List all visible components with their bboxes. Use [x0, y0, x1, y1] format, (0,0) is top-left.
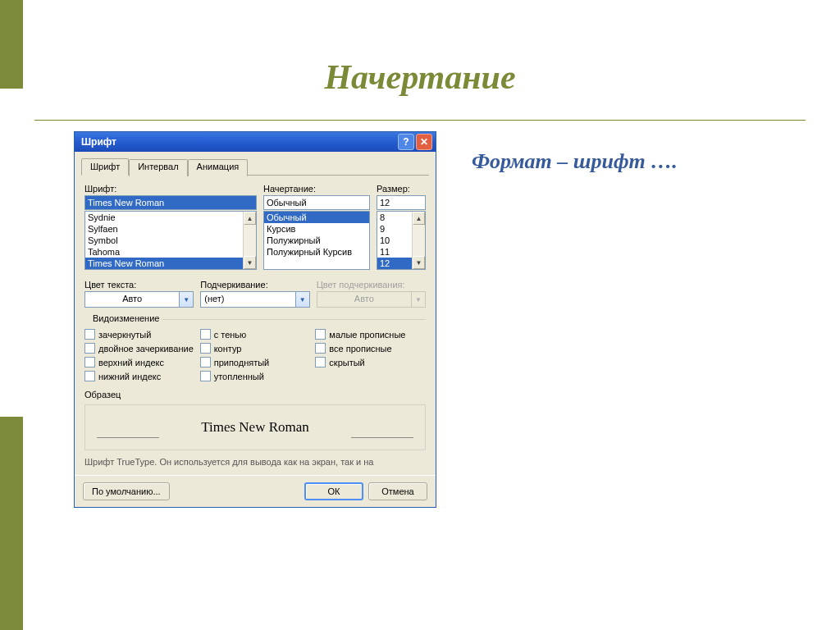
underline-color-dropdown: Авто ▼ [317, 291, 426, 308]
scroll-down-icon[interactable]: ▼ [244, 256, 256, 269]
sample-group: Образец Times New Roman [84, 390, 426, 450]
chk-shadow[interactable]: с тенью [200, 329, 311, 340]
underline-dropdown[interactable]: (нет) ▼ [200, 291, 309, 308]
underline-color-label: Цвет подчеркивания: [317, 280, 426, 290]
list-item[interactable]: 9 [377, 223, 412, 235]
font-input[interactable] [84, 195, 257, 210]
scrollbar[interactable]: ▲ ▼ [412, 212, 425, 269]
slide-title: Начертание [0, 57, 840, 97]
tab-font[interactable]: Шрифт [81, 158, 129, 176]
chk-hidden[interactable]: скрытый [315, 357, 426, 368]
tabs: Шрифт Интервал Анимация [81, 158, 429, 176]
font-label: Шрифт: [84, 184, 257, 194]
style-label: Начертание: [263, 184, 370, 194]
chk-emboss[interactable]: приподнятый [200, 357, 311, 368]
size-label: Размер: [377, 184, 426, 194]
chk-allcaps[interactable]: все прописные [315, 343, 426, 354]
list-item[interactable]: Tahoma [85, 246, 243, 258]
chk-strikethrough[interactable]: зачеркнутый [84, 329, 195, 340]
slide-caption: Формат – шрифт …. [472, 149, 678, 174]
scroll-up-icon[interactable]: ▲ [413, 212, 425, 225]
list-item[interactable]: Обычный [264, 212, 369, 223]
effects-label: Видоизменение [89, 313, 162, 323]
list-item[interactable]: Sydnie [85, 212, 243, 223]
dialog-title: Шрифт [78, 136, 396, 148]
list-item[interactable]: Курсив [264, 223, 369, 235]
cancel-button[interactable]: Отмена [368, 482, 427, 500]
list-item[interactable]: 11 [377, 246, 412, 258]
font-dialog: Шрифт ? ✕ Шрифт Интервал Анимация Шрифт:… [74, 131, 436, 508]
question-icon: ? [403, 136, 409, 148]
list-item[interactable]: Полужирный [264, 235, 369, 246]
chevron-down-icon[interactable]: ▼ [180, 291, 194, 308]
size-listbox[interactable]: 8 9 10 11 12 ▲ ▼ [377, 211, 426, 270]
underline-value: (нет) [200, 291, 295, 308]
list-item[interactable]: Sylfaen [85, 223, 243, 235]
tab-animation[interactable]: Анимация [188, 159, 249, 176]
underline-color-value: Авто [317, 291, 412, 308]
slide-accent-bottom [0, 417, 23, 630]
scroll-up-icon[interactable]: ▲ [244, 212, 256, 225]
scroll-down-icon[interactable]: ▼ [413, 256, 425, 269]
chk-smallcaps[interactable]: малые прописные [315, 329, 426, 340]
chk-subscript[interactable]: нижний индекс [84, 371, 195, 381]
chk-double-strike[interactable]: двойное зачеркивание [84, 343, 195, 354]
underline-label: Подчеркивание: [200, 280, 309, 290]
size-input[interactable] [377, 195, 426, 210]
help-button[interactable]: ? [398, 134, 414, 150]
style-listbox[interactable]: Обычный Курсив Полужирный Полужирный Кур… [263, 211, 370, 270]
list-item[interactable]: 10 [377, 235, 412, 246]
list-item[interactable]: Times New Roman [85, 258, 243, 269]
scrollbar[interactable]: ▲ ▼ [243, 212, 256, 269]
close-icon: ✕ [420, 136, 428, 148]
list-item[interactable]: 12 [377, 258, 412, 269]
default-button[interactable]: По умолчанию... [83, 482, 170, 500]
truetype-hint: Шрифт TrueType. Он используется для выво… [84, 457, 426, 467]
chk-outline[interactable]: контур [200, 343, 311, 354]
titlebar[interactable]: Шрифт ? ✕ [75, 132, 436, 152]
chevron-down-icon[interactable]: ▼ [296, 291, 310, 308]
font-listbox[interactable]: Sydnie Sylfaen Symbol Tahoma Times New R… [84, 211, 257, 270]
chk-superscript[interactable]: верхний индекс [84, 357, 195, 368]
text-color-value: Авто [84, 291, 180, 308]
dialog-footer: По умолчанию... ОК Отмена [75, 475, 436, 507]
chevron-down-icon: ▼ [412, 291, 426, 308]
style-input[interactable] [263, 195, 370, 210]
ok-button[interactable]: ОК [304, 482, 363, 500]
close-button[interactable]: ✕ [416, 134, 432, 150]
effects-group: Видоизменение зачеркнутый двойное зачерк… [84, 319, 426, 381]
list-item[interactable]: Symbol [85, 235, 243, 246]
list-item[interactable]: 8 [377, 212, 412, 223]
list-item[interactable]: Полужирный Курсив [264, 246, 369, 258]
sample-text: Times New Roman [194, 419, 316, 436]
tab-interval[interactable]: Интервал [129, 159, 187, 176]
text-color-dropdown[interactable]: Авто ▼ [84, 291, 194, 308]
sample-box: Times New Roman [84, 404, 426, 450]
sample-label: Образец [84, 390, 426, 399]
title-divider [34, 120, 806, 121]
chk-engrave[interactable]: утопленный [200, 371, 311, 381]
text-color-label: Цвет текста: [84, 280, 194, 290]
